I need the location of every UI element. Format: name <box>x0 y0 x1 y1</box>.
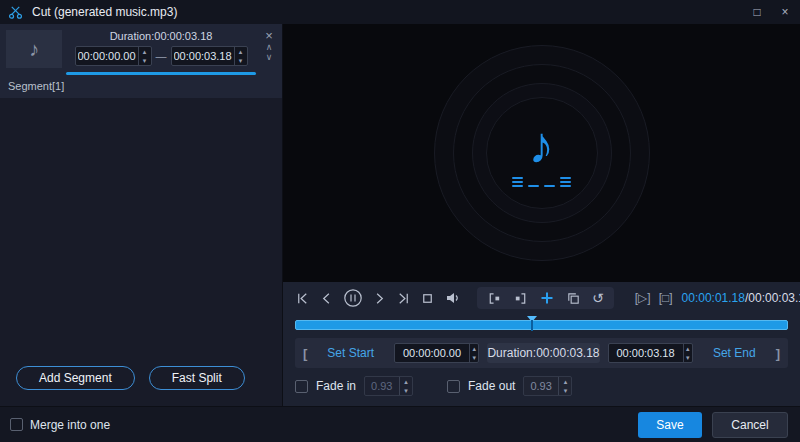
segment-move-down-icon[interactable]: ∨ <box>266 53 273 62</box>
maximize-icon[interactable]: □ <box>750 5 764 19</box>
range-separator: — <box>156 50 167 62</box>
spin-down-button[interactable]: ▾ <box>400 386 412 395</box>
merge-into-one-checkbox[interactable] <box>10 418 23 431</box>
footer-bar: Merge into one Save Cancel <box>0 406 800 442</box>
segment-end-spinner: ▴ ▾ <box>234 47 247 65</box>
trim-start-spinner: ▴ ▾ <box>469 344 478 362</box>
fade-in-spinner: ▴ ▾ <box>399 377 412 395</box>
copy-segment-icon[interactable] <box>566 291 581 306</box>
segment-progress-bar <box>66 72 256 75</box>
fade-controls-row: Fade in ▴ ▾ Fade out ▴ ▾ <box>295 372 788 400</box>
spin-up-button[interactable]: ▴ <box>470 344 478 353</box>
split-end-icon[interactable] <box>513 291 528 306</box>
trim-end-field: ▴ ▾ <box>608 343 693 363</box>
go-end-icon[interactable] <box>396 291 411 306</box>
segment-start-input[interactable] <box>76 47 138 65</box>
stop-segment-icon[interactable]: [□] <box>659 291 673 305</box>
spin-up-button[interactable]: ▴ <box>684 344 692 353</box>
segment-end-input[interactable] <box>172 47 234 65</box>
fade-out-input[interactable] <box>524 377 558 395</box>
fade-in-label: Fade in <box>316 379 356 393</box>
trim-end-input[interactable] <box>609 344 683 362</box>
titlebar: Cut (generated music.mp3) □ × <box>0 0 800 24</box>
add-segment-button[interactable]: Add Segment <box>16 366 135 390</box>
split-start-icon[interactable] <box>487 291 502 306</box>
fade-in-checkbox[interactable] <box>295 380 308 393</box>
trim-duration-label: Duration:00:00:03.18 <box>487 343 599 363</box>
stop-icon[interactable] <box>420 291 435 306</box>
spin-down-button[interactable]: ▾ <box>139 56 151 65</box>
segment-move-up-icon[interactable]: ∧ <box>266 43 273 52</box>
timeline <box>283 314 800 336</box>
time-display: 00:00:01.18/00:00:03.18 <box>682 291 800 305</box>
edit-tools-group: ↺ <box>477 287 614 309</box>
spin-down-button[interactable]: ▾ <box>684 353 692 362</box>
spin-up-button[interactable]: ▴ <box>559 377 571 386</box>
equalizer-icon <box>512 173 571 187</box>
segment-end-field: ▴ ▾ <box>171 46 248 66</box>
set-start-button[interactable]: Set Start <box>315 346 386 360</box>
set-end-button[interactable]: Set End <box>701 346 768 360</box>
right-bracket: ] <box>776 346 780 361</box>
transport-bar: ↺ [▷] [□] 00:00:01.18/00:00:03.18 <box>283 282 800 314</box>
segment-panel: ♪ Duration:00:00:03.18 ▴ ▾ <box>0 24 283 406</box>
segment-item[interactable]: ♪ Duration:00:00:03.18 ▴ ▾ <box>0 24 282 98</box>
preview-area: ♪ <box>283 24 800 282</box>
spin-down-button[interactable]: ▾ <box>470 353 478 362</box>
fast-split-button[interactable]: Fast Split <box>149 366 245 390</box>
fade-in-input[interactable] <box>365 377 399 395</box>
add-split-icon[interactable] <box>539 290 555 306</box>
play-segment-icon[interactable]: [▷] <box>635 291 651 305</box>
spin-up-button[interactable]: ▴ <box>400 377 412 386</box>
timeline-track[interactable] <box>295 320 788 330</box>
fade-out-label: Fade out <box>468 379 515 393</box>
cut-dialog: Cut (generated music.mp3) □ × ♪ Duration… <box>0 0 800 442</box>
save-button[interactable]: Save <box>638 412 702 438</box>
vinyl-disc: ♪ <box>434 45 650 261</box>
left-bracket: [ <box>303 346 307 361</box>
prev-frame-icon[interactable] <box>319 291 334 306</box>
go-start-icon[interactable] <box>295 291 310 306</box>
pause-button-icon[interactable] <box>343 288 363 308</box>
segment-list-empty-area <box>0 98 282 366</box>
reset-icon[interactable]: ↺ <box>592 291 604 305</box>
cancel-button[interactable]: Cancel <box>712 412 788 438</box>
segment-duration-label: Duration:00:00:03.18 <box>66 30 256 42</box>
spin-up-button[interactable]: ▴ <box>139 47 151 56</box>
fade-in-field: ▴ ▾ <box>364 376 413 396</box>
spin-up-button[interactable]: ▴ <box>235 47 247 56</box>
scissors-icon <box>8 4 24 20</box>
main-area: ♪ Duration:00:00:03.18 ▴ ▾ <box>0 24 800 406</box>
window-title: Cut (generated music.mp3) <box>32 5 177 19</box>
current-time: 00:00:01.18 <box>682 291 745 305</box>
spin-down-button[interactable]: ▾ <box>235 56 247 65</box>
segment-name-label: Segment[1] <box>6 75 278 94</box>
trim-controls-row: [ Set Start ▴ ▾ Duration:00:00:03.18 ▴ ▾ <box>295 338 788 368</box>
fade-out-spinner: ▴ ▾ <box>558 377 571 395</box>
fade-out-checkbox[interactable] <box>447 380 460 393</box>
close-icon[interactable]: × <box>778 5 792 19</box>
segment-start-field: ▴ ▾ <box>75 46 152 66</box>
segment-start-spinner: ▴ ▾ <box>138 47 151 65</box>
segment-thumbnail: ♪ <box>6 30 62 68</box>
trim-end-spinner: ▴ ▾ <box>683 344 692 362</box>
music-note-icon: ♪ <box>529 119 555 171</box>
trim-start-field: ▴ ▾ <box>394 343 479 363</box>
preview-panel: ♪ <box>283 24 800 406</box>
volume-icon[interactable] <box>444 290 460 306</box>
total-time: /00:00:03.18 <box>745 291 800 305</box>
spin-down-button[interactable]: ▾ <box>559 386 571 395</box>
trim-start-input[interactable] <box>395 344 469 362</box>
segment-close-icon[interactable]: × <box>265 30 273 42</box>
fade-out-field: ▴ ▾ <box>523 376 572 396</box>
merge-into-one-label: Merge into one <box>30 418 110 432</box>
thumbnail-note-icon: ♪ <box>29 38 39 61</box>
next-frame-icon[interactable] <box>372 291 387 306</box>
